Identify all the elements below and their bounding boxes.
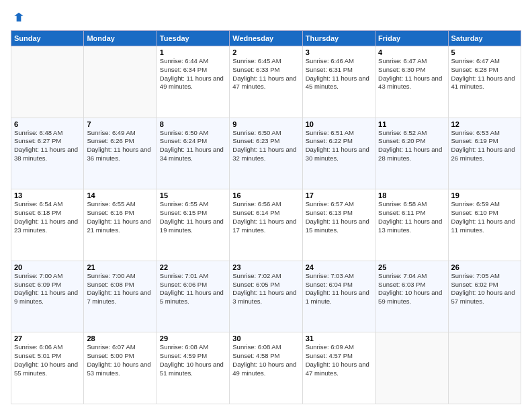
day-number: 16 [232,191,299,199]
day-info: Sunrise: 6:06 AM Sunset: 5:01 PM Dayligh… [14,343,81,377]
day-number: 7 [87,120,153,128]
calendar-cell [11,46,84,118]
day-number: 10 [306,120,372,128]
calendar-cell: 5Sunrise: 6:47 AM Sunset: 6:28 PM Daylig… [448,46,521,118]
weekday-header-friday: Friday [375,31,448,46]
day-number: 12 [451,120,518,128]
day-number: 15 [160,191,226,199]
day-number: 17 [306,191,372,199]
calendar-cell: 23Sunrise: 7:02 AM Sunset: 6:05 PM Dayli… [230,261,302,332]
day-number: 3 [306,48,372,56]
calendar-table: SundayMondayTuesdayWednesdayThursdayFrid… [11,30,521,404]
week-row-4: 20Sunrise: 7:00 AM Sunset: 6:09 PM Dayli… [11,261,521,332]
day-info: Sunrise: 6:57 AM Sunset: 6:13 PM Dayligh… [306,200,372,234]
calendar-cell [84,46,157,118]
day-number: 22 [160,263,226,271]
day-number: 25 [378,263,445,271]
day-info: Sunrise: 7:00 AM Sunset: 6:08 PM Dayligh… [87,272,153,306]
calendar-cell: 29Sunrise: 6:08 AM Sunset: 4:59 PM Dayli… [157,332,229,404]
day-number: 4 [378,48,445,56]
day-number: 5 [451,48,518,56]
calendar-cell: 8Sunrise: 6:50 AM Sunset: 6:24 PM Daylig… [157,118,229,189]
weekday-header-sunday: Sunday [11,31,84,46]
day-info: Sunrise: 6:56 AM Sunset: 6:14 PM Dayligh… [232,200,299,234]
calendar-cell: 27Sunrise: 6:06 AM Sunset: 5:01 PM Dayli… [11,332,84,404]
day-number: 21 [87,263,153,271]
calendar-cell: 24Sunrise: 7:03 AM Sunset: 6:04 PM Dayli… [302,261,375,332]
calendar-cell: 17Sunrise: 6:57 AM Sunset: 6:13 PM Dayli… [302,189,375,261]
calendar-cell: 12Sunrise: 6:53 AM Sunset: 6:19 PM Dayli… [448,118,521,189]
calendar-cell: 28Sunrise: 6:07 AM Sunset: 5:00 PM Dayli… [84,332,157,404]
calendar-cell: 21Sunrise: 7:00 AM Sunset: 6:08 PM Dayli… [84,261,157,332]
day-number: 9 [232,120,299,128]
day-info: Sunrise: 6:53 AM Sunset: 6:19 PM Dayligh… [451,129,518,163]
calendar-cell: 9Sunrise: 6:50 AM Sunset: 6:23 PM Daylig… [230,118,302,189]
day-info: Sunrise: 6:54 AM Sunset: 6:18 PM Dayligh… [14,200,81,234]
calendar-cell: 30Sunrise: 6:08 AM Sunset: 4:58 PM Dayli… [230,332,302,404]
logo-icon [12,11,26,25]
week-row-2: 6Sunrise: 6:48 AM Sunset: 6:27 PM Daylig… [11,118,521,189]
calendar-cell: 16Sunrise: 6:56 AM Sunset: 6:14 PM Dayli… [230,189,302,261]
calendar-cell: 14Sunrise: 6:55 AM Sunset: 6:16 PM Dayli… [84,189,157,261]
day-info: Sunrise: 6:55 AM Sunset: 6:16 PM Dayligh… [87,200,153,234]
calendar-cell: 20Sunrise: 7:00 AM Sunset: 6:09 PM Dayli… [11,261,84,332]
day-info: Sunrise: 6:07 AM Sunset: 5:00 PM Dayligh… [87,343,153,377]
calendar-cell: 26Sunrise: 7:05 AM Sunset: 6:02 PM Dayli… [448,261,521,332]
day-info: Sunrise: 6:08 AM Sunset: 4:58 PM Dayligh… [232,343,299,377]
day-number: 6 [14,120,81,128]
day-info: Sunrise: 7:04 AM Sunset: 6:03 PM Dayligh… [378,272,445,306]
calendar-cell: 2Sunrise: 6:45 AM Sunset: 6:33 PM Daylig… [230,46,302,118]
week-row-1: 1Sunrise: 6:44 AM Sunset: 6:34 PM Daylig… [11,46,521,118]
day-info: Sunrise: 6:46 AM Sunset: 6:31 PM Dayligh… [306,57,372,91]
weekday-header-tuesday: Tuesday [157,31,229,46]
calendar-page: SundayMondayTuesdayWednesdayThursdayFrid… [0,0,532,411]
calendar-cell: 18Sunrise: 6:58 AM Sunset: 6:11 PM Dayli… [375,189,448,261]
day-info: Sunrise: 6:52 AM Sunset: 6:20 PM Dayligh… [378,129,445,163]
calendar-cell: 15Sunrise: 6:55 AM Sunset: 6:15 PM Dayli… [157,189,229,261]
day-number: 19 [451,191,518,199]
day-number: 11 [378,120,445,128]
weekday-header-saturday: Saturday [448,31,521,46]
calendar-cell: 6Sunrise: 6:48 AM Sunset: 6:27 PM Daylig… [11,118,84,189]
day-info: Sunrise: 6:48 AM Sunset: 6:27 PM Dayligh… [14,129,81,163]
day-number: 23 [232,263,299,271]
day-number: 13 [14,191,81,199]
day-info: Sunrise: 6:09 AM Sunset: 4:57 PM Dayligh… [306,343,372,377]
week-row-3: 13Sunrise: 6:54 AM Sunset: 6:18 PM Dayli… [11,189,521,261]
day-info: Sunrise: 6:58 AM Sunset: 6:11 PM Dayligh… [378,200,445,234]
calendar-cell [448,332,521,404]
week-row-5: 27Sunrise: 6:06 AM Sunset: 5:01 PM Dayli… [11,332,521,404]
day-info: Sunrise: 6:55 AM Sunset: 6:15 PM Dayligh… [160,200,226,234]
day-number: 18 [378,191,445,199]
day-info: Sunrise: 6:50 AM Sunset: 6:23 PM Dayligh… [232,129,299,163]
day-number: 1 [160,48,226,56]
day-info: Sunrise: 6:49 AM Sunset: 6:26 PM Dayligh… [87,129,153,163]
day-number: 31 [306,334,372,342]
day-info: Sunrise: 7:00 AM Sunset: 6:09 PM Dayligh… [14,272,81,306]
day-info: Sunrise: 7:05 AM Sunset: 6:02 PM Dayligh… [451,272,518,306]
day-info: Sunrise: 6:45 AM Sunset: 6:33 PM Dayligh… [232,57,299,91]
calendar-cell: 31Sunrise: 6:09 AM Sunset: 4:57 PM Dayli… [302,332,375,404]
day-info: Sunrise: 6:08 AM Sunset: 4:59 PM Dayligh… [160,343,226,377]
calendar-cell: 4Sunrise: 6:47 AM Sunset: 6:30 PM Daylig… [375,46,448,118]
day-number: 27 [14,334,81,342]
day-info: Sunrise: 6:51 AM Sunset: 6:22 PM Dayligh… [306,129,372,163]
day-number: 20 [14,263,81,271]
day-info: Sunrise: 6:47 AM Sunset: 6:30 PM Dayligh… [378,57,445,91]
day-number: 8 [160,120,226,128]
logo [11,11,26,25]
calendar-cell: 7Sunrise: 6:49 AM Sunset: 6:26 PM Daylig… [84,118,157,189]
weekday-header-wednesday: Wednesday [230,31,302,46]
day-number: 14 [87,191,153,199]
calendar-cell: 25Sunrise: 7:04 AM Sunset: 6:03 PM Dayli… [375,261,448,332]
calendar-cell: 11Sunrise: 6:52 AM Sunset: 6:20 PM Dayli… [375,118,448,189]
day-number: 29 [160,334,226,342]
day-info: Sunrise: 6:50 AM Sunset: 6:24 PM Dayligh… [160,129,226,163]
weekday-header-monday: Monday [84,31,157,46]
calendar-cell: 3Sunrise: 6:46 AM Sunset: 6:31 PM Daylig… [302,46,375,118]
header [11,11,521,25]
day-info: Sunrise: 6:44 AM Sunset: 6:34 PM Dayligh… [160,57,226,91]
day-info: Sunrise: 6:47 AM Sunset: 6:28 PM Dayligh… [451,57,518,91]
weekday-header-thursday: Thursday [302,31,375,46]
day-info: Sunrise: 7:01 AM Sunset: 6:06 PM Dayligh… [160,272,226,306]
